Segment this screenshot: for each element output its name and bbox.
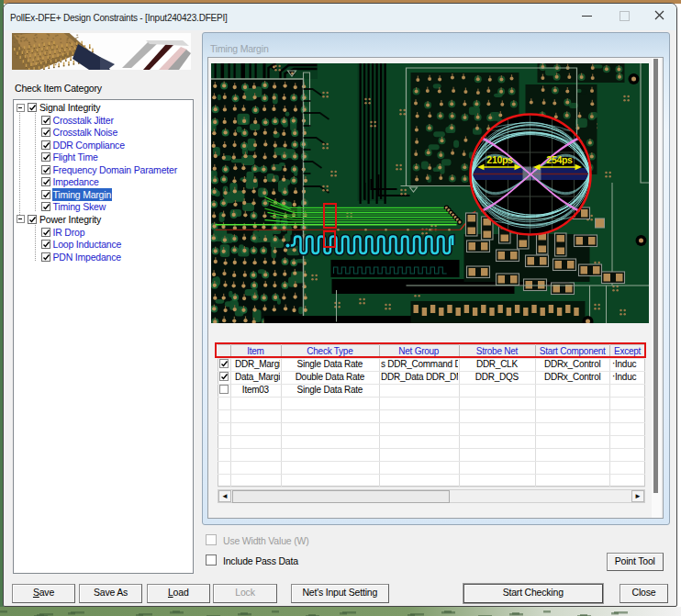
svg-text:210ps: 210ps [486,154,513,165]
svg-text:254ps: 254ps [546,154,573,165]
